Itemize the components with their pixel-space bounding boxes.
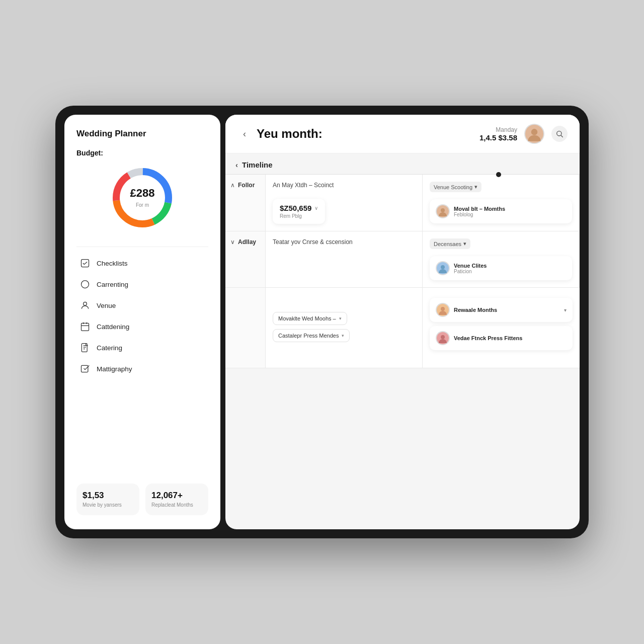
task-avatar-1: [436, 204, 450, 218]
stat-desc-1: Movie by yansers: [83, 502, 133, 508]
calendar-icon: [79, 321, 91, 332]
task-card-4: Vedae Ftnck Press Fittens: [430, 326, 573, 350]
svg-point-27: [441, 307, 445, 311]
svg-point-25: [441, 265, 445, 269]
back-button[interactable]: ‹: [237, 127, 252, 141]
search-button[interactable]: [551, 126, 568, 142]
decensaes-tag[interactable]: Decensaes ▾: [430, 238, 470, 249]
budget-desc-1: Rem Pblg: [280, 213, 318, 219]
stat-value-2: 12,067+: [151, 491, 202, 501]
stat-value-1: $1,53: [83, 491, 133, 501]
circle-icon: [79, 279, 91, 290]
svg-point-23: [441, 208, 445, 212]
row-1-label: Follor: [238, 182, 255, 189]
svg-point-7: [82, 281, 89, 288]
task-sub-1: Feblolog: [454, 212, 566, 217]
row-1-toggle[interactable]: ∧: [230, 182, 235, 189]
row-3-col2: Rewaale Months ▾ Ve: [423, 288, 580, 368]
row-1-label-cell: ∧ Follor: [225, 175, 266, 231]
left-panel: Wedding Planner Budget: £288 For m: [64, 115, 220, 529]
dropdown-press-mendes[interactable]: Castalepr Press Mendes ▾: [273, 329, 350, 342]
nav-label-venue: Venue: [97, 302, 116, 309]
task-avatar-2: [436, 261, 450, 275]
budget-title: Budget:: [76, 149, 208, 157]
nav-item-carrenting[interactable]: Carrenting: [76, 274, 208, 294]
task-3-dropdown[interactable]: ▾: [564, 307, 567, 313]
device-frame: Wedding Planner Budget: £288 For m: [55, 106, 589, 538]
header-date: Manday 1,4.5 $3.58: [479, 126, 517, 142]
donut-sublabel: For m: [136, 202, 149, 208]
svg-rect-6: [82, 260, 89, 267]
timeline-back-icon[interactable]: ‹: [235, 160, 238, 169]
bottom-stats: $1,53 Movie by yansers 12,067+ Replaclea…: [76, 484, 208, 515]
svg-point-20: [557, 131, 561, 136]
divider-1: [76, 247, 208, 247]
nav-item-venue[interactable]: Venue: [76, 295, 208, 315]
person-icon: [79, 300, 91, 311]
header-amount: 1,4.5 $3.58: [479, 133, 517, 142]
nav-item-checklists[interactable]: Checklists: [76, 253, 208, 273]
timeline-grid: ∧ Follor An May Xtdh – Scoinct $Z50,659 …: [225, 174, 580, 368]
task-card-2: Venue Clites Paticion: [430, 256, 572, 280]
donut-amount: £288: [130, 187, 155, 200]
row-1-col2: Venue Scooting ▾ Moval blt – Mom: [423, 175, 580, 231]
right-header: ‹ Yeu month: Manday 1,4.5 $3.58: [225, 115, 580, 153]
header-day: Manday: [479, 126, 517, 133]
nav-label-carrenting: Carrenting: [97, 281, 128, 288]
nav-label-checklists: Checklists: [97, 260, 128, 267]
svg-rect-9: [82, 323, 89, 331]
budget-amount-1: $Z50,659: [280, 204, 311, 212]
donut-center: £288 For m: [130, 187, 155, 209]
budget-donut: £288 For m: [76, 165, 208, 230]
task-name-1: Moval blt – Momths: [454, 206, 566, 212]
row-1-col1-text: An May Xtdh – Scoinct: [273, 182, 415, 189]
timeline-header: ‹ Timeline: [225, 153, 580, 174]
stat-card-2: 12,067+ Replacleat Months: [145, 484, 208, 515]
venue-scooting-tag[interactable]: Venue Scooting ▾: [430, 182, 481, 192]
nav-item-catering[interactable]: Catering: [76, 338, 208, 358]
row-2-col1: Teatar yov Cnrse & cscension: [266, 231, 423, 288]
task-sub-2: Paticion: [454, 269, 566, 274]
row-2-col1-text: Teatar yov Cnrse & cscension: [273, 238, 415, 246]
stat-card-1: $1,53 Movie by yansers: [76, 484, 139, 515]
timeline-title: Timeline: [242, 160, 273, 169]
row-3-col1: Movaklte Wed Moohs – ▾ Castalepr Press M…: [266, 288, 423, 368]
budget-chevron-1: ∨: [314, 205, 318, 211]
app-title: Wedding Planner: [76, 129, 208, 139]
user-avatar[interactable]: [524, 124, 544, 144]
svg-rect-13: [82, 344, 87, 352]
task-info-2: Venue Clites Paticion: [454, 263, 566, 274]
nav-label-catering: Catering: [97, 344, 122, 352]
nav-item-cattdening[interactable]: Cattdening: [76, 316, 208, 337]
task-avatar-4: [436, 331, 450, 345]
nav-item-mattigraphy[interactable]: Mattigraphy: [76, 359, 208, 379]
checkbox-icon: [79, 258, 91, 269]
task-info-3: Rewaale Months: [454, 307, 560, 313]
check-square-icon: [79, 363, 91, 374]
row-2-toggle[interactable]: ∨: [230, 238, 235, 246]
svg-point-29: [441, 335, 445, 339]
task-name-3: Rewaale Months: [454, 307, 560, 313]
row-3-dropdowns: Movaklte Wed Moohs – ▾ Castalepr Press M…: [273, 310, 415, 344]
dropdown-wed-moohs[interactable]: Movaklte Wed Moohs – ▾: [273, 312, 347, 325]
task-info-4: Vedae Ftnck Press Fittens: [454, 335, 567, 341]
row-2-col2: Decensaes ▾ Venue Clites: [423, 231, 580, 288]
svg-point-19: [531, 129, 538, 135]
svg-line-21: [561, 135, 563, 137]
row-2-label: Adllay: [238, 238, 256, 246]
header-left: ‹ Yeu month:: [237, 127, 323, 141]
row-3-label-cell: [225, 288, 266, 368]
budget-pill-1[interactable]: $Z50,659 ∨ Rem Pblg: [273, 199, 325, 224]
task-avatar-3: [436, 303, 450, 317]
task-name-2: Venue Clites: [454, 263, 566, 269]
task-card-3: Rewaale Months ▾: [430, 298, 573, 322]
task-name-4: Vedae Ftnck Press Fittens: [454, 335, 567, 341]
right-panel: ‹ Yeu month: Manday 1,4.5 $3.58: [225, 115, 580, 529]
nav-label-mattigraphy: Mattigraphy: [97, 365, 132, 373]
nav-label-cattdening: Cattdening: [97, 323, 129, 331]
stat-desc-2: Replacleat Months: [151, 502, 202, 508]
row-1-col1: An May Xtdh – Scoinct $Z50,659 ∨ Rem Pbl…: [266, 175, 423, 231]
svg-point-8: [84, 302, 87, 305]
nav-menu: Checklists Carrenting Venue: [76, 253, 208, 475]
row-2-label-cell: ∨ Adllay: [225, 231, 266, 288]
